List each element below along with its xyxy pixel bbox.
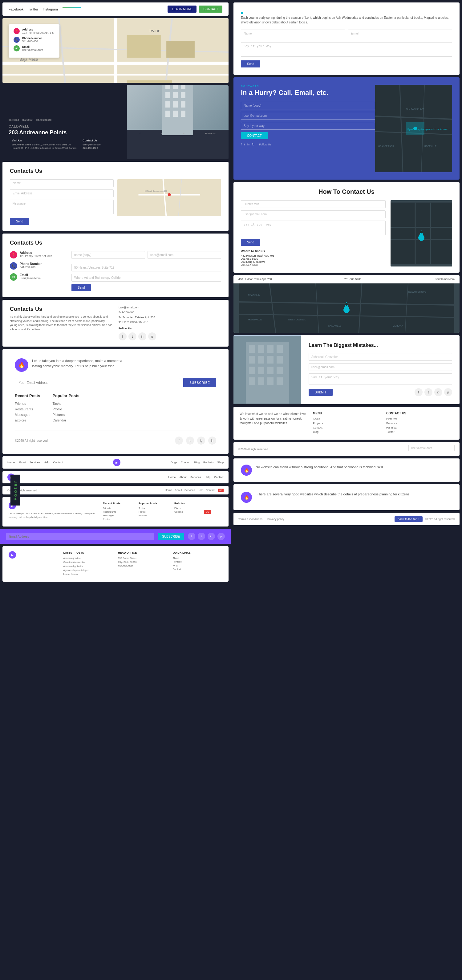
footer-email-input[interactable] [15, 378, 180, 387]
rfl-pinterest[interactable]: Pinterest [386, 417, 453, 420]
fp-pictures[interactable]: Pictures [138, 514, 170, 517]
pin-icon[interactable]: p [148, 332, 156, 340]
bf-email-input[interactable] [309, 363, 452, 371]
post-friends[interactable]: Friends [15, 402, 40, 406]
hc-message-input[interactable] [241, 221, 386, 235]
rfl-blog[interactable]: Blog [313, 430, 380, 433]
nav2-services[interactable]: Services [191, 476, 201, 479]
nav-portfolio[interactable]: Portfolio [203, 461, 213, 464]
nav-home[interactable]: Home [7, 461, 15, 464]
ps-tw-icon[interactable]: t [198, 533, 205, 540]
name-input[interactable] [10, 179, 114, 187]
purple-email-input[interactable] [6, 533, 154, 540]
purple-subscribe-btn[interactable]: SUBSCRIBE [158, 533, 184, 540]
nav-blog[interactable]: Blog [194, 461, 200, 464]
rcf-name-input[interactable] [241, 30, 345, 37]
bf-ig-icon[interactable]: ig [434, 388, 442, 396]
bt-pin-icon[interactable]: p [385, 515, 392, 523]
rfl-about[interactable]: About [313, 417, 380, 420]
fb-icon[interactable]: f [119, 332, 127, 340]
bf-message-input[interactable] [309, 373, 452, 385]
nav-contact[interactable]: Contact [53, 461, 63, 464]
lpf-link-contact[interactable]: Contact [173, 568, 223, 571]
fp-tasks[interactable]: Tasks [138, 507, 170, 509]
message-field[interactable] [71, 274, 221, 282]
copyright-email[interactable] [408, 445, 455, 451]
email-field[interactable] [148, 251, 221, 259]
rfl-projects[interactable]: Projects [313, 422, 380, 425]
learn-more-button[interactable]: LEARN MORE [168, 6, 197, 13]
bt-tw-icon[interactable]: t [366, 515, 374, 523]
nav-shop[interactable]: Shop [217, 461, 224, 464]
nav-link-instagram[interactable]: Instagram [43, 7, 58, 11]
send-button[interactable]: Send [10, 218, 29, 225]
c-contact[interactable]: Contact [206, 488, 215, 492]
lpf-link-about[interactable]: About [173, 557, 223, 560]
hc-email-input[interactable] [241, 210, 386, 218]
ps-fb-icon[interactable]: f [188, 533, 195, 540]
nav-link-twitter[interactable]: Twitter [28, 7, 38, 11]
bf-tw-icon[interactable]: t [424, 388, 432, 396]
bf-fb-icon[interactable]: f [414, 388, 422, 396]
name-field[interactable] [71, 251, 145, 259]
bf-name-input[interactable] [309, 353, 452, 361]
blue-message-input[interactable] [241, 122, 375, 130]
pop-pictures[interactable]: Pictures [52, 413, 79, 417]
nav2-contact[interactable]: Contact [214, 476, 224, 479]
bs-fb2[interactable]: fb [252, 143, 254, 146]
subscribe-button[interactable]: SUBSCRIBE [183, 378, 216, 387]
social-fb[interactable]: f [140, 132, 140, 135]
send-btn[interactable]: Send [71, 284, 91, 291]
rfl-hannibal[interactable]: Hannibal [386, 426, 453, 429]
ig-icon[interactable]: in [138, 332, 146, 340]
c-services[interactable]: Services [184, 488, 195, 492]
fp-explore[interactable]: Explore [103, 518, 134, 521]
ps-pin-icon[interactable]: p [218, 533, 225, 540]
rfl-contact[interactable]: Contact [313, 426, 380, 429]
fp-restaurants[interactable]: Restaurants [103, 511, 134, 513]
bt-fb-icon[interactable]: f [357, 515, 364, 523]
bs-tw[interactable]: t [244, 143, 245, 146]
fp-options[interactable]: Options [174, 511, 199, 513]
c-help[interactable]: Help [197, 488, 203, 492]
post-messages[interactable]: Messages [15, 413, 40, 417]
blue-name-input[interactable] [241, 102, 375, 109]
pop-profile[interactable]: Profile [52, 407, 79, 411]
post-explore[interactable]: Explore [15, 418, 40, 422]
rcf-message-input[interactable] [241, 42, 452, 57]
fp-friends[interactable]: Friends [103, 507, 134, 509]
bf-pin-icon[interactable]: p [444, 388, 452, 396]
nav-about[interactable]: About [19, 461, 26, 464]
blue-email-input[interactable] [241, 112, 375, 119]
c-about[interactable]: About [175, 488, 182, 492]
nav-contact-2[interactable]: Contact [181, 461, 191, 464]
nav-services[interactable]: Services [30, 461, 40, 464]
hc-name-input[interactable] [241, 200, 386, 208]
footer-tw-icon[interactable]: t [186, 436, 194, 445]
bt-ig-icon[interactable]: ig [375, 515, 383, 523]
bs-ig[interactable]: in [247, 143, 249, 146]
bf-send-button[interactable]: SUBMIT [309, 389, 333, 396]
rcf-email-input[interactable] [348, 30, 452, 37]
lpf-link-blog[interactable]: Blog [173, 564, 223, 567]
nav2-about[interactable]: About [179, 476, 187, 479]
nav-dogs[interactable]: Dogs [171, 461, 177, 464]
back-to-top-button[interactable]: Back To the Top ↑ [395, 516, 422, 522]
social-tw[interactable]: t [161, 132, 162, 135]
lpf-link-portfolio[interactable]: Portfolio [173, 560, 223, 563]
nav-link-facebook[interactable]: Facebook [9, 7, 24, 11]
rcf-send-button[interactable]: Send [241, 60, 260, 67]
fp-messages[interactable]: Messages [103, 514, 134, 517]
email-input[interactable] [10, 189, 114, 197]
message-input[interactable] [10, 200, 114, 214]
social-ig[interactable]: in [183, 132, 184, 135]
ps-ig-icon[interactable]: in [208, 533, 215, 540]
footer-li-icon[interactable]: in [208, 436, 216, 445]
blue-send-button[interactable]: CONTACT [241, 132, 268, 139]
fp-profile[interactable]: Profile [138, 511, 170, 513]
privacy-link[interactable]: Privacy policy [267, 517, 284, 521]
fp-plans[interactable]: Plans [174, 507, 199, 509]
nav2-help[interactable]: Help [205, 476, 210, 479]
terms-link[interactable]: Terms & Conditions [238, 517, 262, 521]
tw-icon[interactable]: t [129, 332, 137, 340]
